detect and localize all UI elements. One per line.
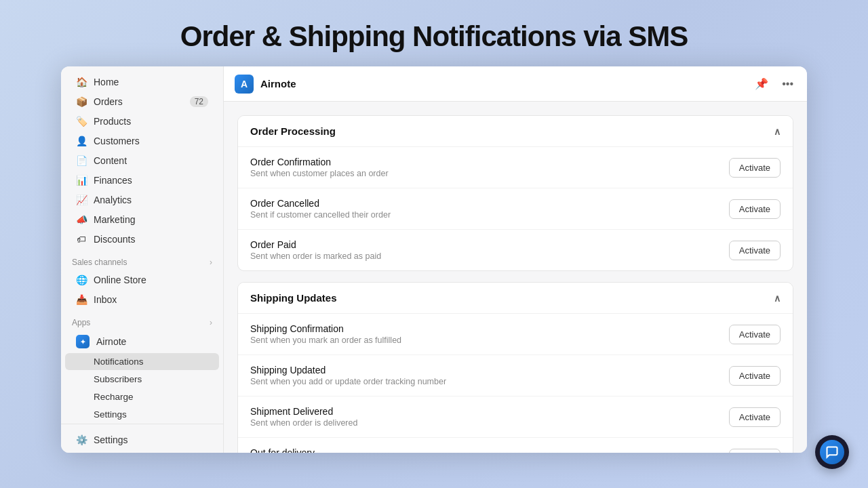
sidebar-sub-settings[interactable]: Settings [65,406,219,423]
order-paid-activate-button[interactable]: Activate [729,241,781,260]
more-button[interactable]: ••• [779,75,796,93]
order-paid-info: Order Paid Sent when order is marked as … [250,239,381,261]
sidebar-item-content[interactable]: 📄 Content [65,151,219,170]
shipping-updates-header[interactable]: Shipping Updates ∧ [238,283,793,314]
sidebar-sub-subscribers[interactable]: Subscribers [65,371,219,388]
sidebar-item-analytics[interactable]: 📈 Analytics [65,190,219,209]
notification-row-shipping-updated: Shipping Updated Sent when you add or up… [238,355,793,396]
sales-channels-section: Sales channels › [61,249,223,270]
analytics-icon: 📈 [76,195,87,205]
order-processing-title: Order Processing [250,125,336,137]
order-processing-chevron: ∧ [774,126,781,137]
fab-button[interactable] [815,435,849,469]
non-transferable-item[interactable]: ⓘ Non-transferable [61,450,223,453]
main-content: A Airnote 📌 ••• Order Processing ∧ Order… [224,66,807,453]
sidebar-item-customers[interactable]: 👤 Customers [65,131,219,150]
topbar-app-icon: A [235,75,254,94]
fab-icon [820,440,844,464]
order-confirmation-info: Order Confirmation Sent when customer pl… [250,157,389,178]
order-confirmation-activate-button[interactable]: Activate [729,158,781,178]
notification-row-order-confirmation: Order Confirmation Sent when customer pl… [238,147,793,188]
shipment-delivered-info: Shipment Delivered Sent when order is de… [250,406,357,428]
airnote-icon: ✦ [76,335,90,348]
shipment-delivered-activate-button[interactable]: Activate [729,407,781,427]
shipping-confirmation-info: Shipping Confirmation Sent when you mark… [250,323,401,345]
discounts-icon: 🏷 [76,234,87,245]
shipping-updated-info: Shipping Updated Sent when you add or up… [250,365,446,386]
sidebar-item-discounts[interactable]: 🏷 Discounts [65,230,219,249]
sidebar-bottom: ⚙️ Settings ⓘ Non-transferable [61,424,223,453]
sales-channels-label: Sales channels [72,258,127,267]
shipment-delivered-title: Shipment Delivered [250,406,357,417]
shipping-updated-activate-button[interactable]: Activate [729,366,781,386]
sidebar-item-online-store[interactable]: 🌐 Online Store [65,270,219,289]
sidebar-item-home-label: Home [94,77,119,87]
notification-row-shipping-confirmation: Shipping Confirmation Sent when you mark… [238,314,793,355]
sidebar-item-orders-label: Orders [94,96,123,107]
products-icon: 🏷️ [76,116,87,127]
order-cancelled-activate-button[interactable]: Activate [729,199,781,219]
sidebar-item-finances[interactable]: 📊 Finances [65,171,219,190]
topbar: A Airnote 📌 ••• [224,66,807,102]
shipping-confirmation-subtitle: Sent when you mark an order as fulfilled [250,336,401,345]
inbox-icon: 📥 [76,294,87,305]
sidebar-item-orders[interactable]: 📦 Orders 72 [65,92,219,111]
sidebar-item-home[interactable]: 🏠 Home [65,73,219,92]
orders-icon: 📦 [76,96,87,107]
order-cancelled-info: Order Cancelled Sent if customer cancell… [250,198,391,220]
sidebar-item-online-store-label: Online Store [94,274,146,285]
sidebar: 🏠 Home 📦 Orders 72 🏷️ Products 👤 Custome… [61,66,224,453]
topbar-actions: 📌 ••• [752,75,796,93]
sidebar-item-products[interactable]: 🏷️ Products [65,112,219,131]
order-cancelled-title: Order Cancelled [250,198,391,209]
sidebar-item-settings-label: Settings [94,434,128,445]
order-confirmation-title: Order Confirmation [250,157,389,167]
shipping-updated-title: Shipping Updated [250,365,446,375]
order-paid-title: Order Paid [250,239,381,250]
shipping-confirmation-title: Shipping Confirmation [250,323,401,334]
apps-expand-icon[interactable]: › [210,318,212,327]
shipping-updates-section: Shipping Updates ∧ Shipping Confirmation… [237,282,793,453]
notification-row-order-paid: Order Paid Sent when order is marked as … [238,230,793,270]
sidebar-item-inbox[interactable]: 📥 Inbox [65,290,219,309]
page-main-title: Order & Shipping Notifications via SMS [167,0,701,66]
shipping-updates-title: Shipping Updates [250,292,337,304]
customers-icon: 👤 [76,136,87,146]
out-for-delivery-title: Out for delivery [250,447,478,453]
sidebar-nav: 🏠 Home 📦 Orders 72 🏷️ Products 👤 Custome… [61,66,223,424]
topbar-app-icon-label: A [241,79,248,89]
sidebar-item-inbox-label: Inbox [94,294,117,305]
order-processing-header[interactable]: Order Processing ∧ [238,116,793,147]
sidebar-item-products-label: Products [94,116,131,127]
sidebar-item-marketing-label: Marketing [94,214,135,225]
pin-button[interactable]: 📌 [752,75,771,93]
out-for-delivery-activate-button[interactable]: Activate [729,449,781,453]
order-cancelled-subtitle: Sent if customer cancelled their order [250,210,391,220]
sidebar-item-airnote-label: Airnote [96,336,126,347]
marketing-icon: 📣 [76,214,87,225]
notification-row-out-for-delivery: Out for delivery Sent when an order with… [238,438,793,453]
order-confirmation-subtitle: Sent when customer places an order [250,169,389,178]
app-window: 🏠 Home 📦 Orders 72 🏷️ Products 👤 Custome… [61,66,807,453]
sidebar-sub-recharge[interactable]: Recharge [65,388,219,405]
order-processing-section: Order Processing ∧ Order Confirmation Se… [237,115,793,271]
home-icon: 🏠 [76,77,87,87]
content-area: Order Processing ∧ Order Confirmation Se… [224,102,807,453]
sales-channels-expand-icon[interactable]: › [210,258,212,267]
sidebar-item-finances-label: Finances [94,175,132,186]
shipment-delivered-subtitle: Sent when order is delivered [250,418,357,428]
sidebar-item-customers-label: Customers [94,136,140,146]
sidebar-item-marketing[interactable]: 📣 Marketing [65,210,219,229]
order-paid-subtitle: Sent when order is marked as paid [250,251,381,261]
sidebar-sub-notifications[interactable]: Notifications [65,353,219,370]
content-icon: 📄 [76,155,87,166]
sidebar-item-settings[interactable]: ⚙️ Settings [65,430,219,449]
notification-row-order-cancelled: Order Cancelled Sent if customer cancell… [238,188,793,230]
notification-row-shipment-delivered: Shipment Delivered Sent when order is de… [238,396,793,438]
shipping-updated-subtitle: Sent when you add or update order tracki… [250,377,446,386]
shipping-confirmation-activate-button[interactable]: Activate [729,325,781,344]
out-for-delivery-info: Out for delivery Sent when an order with… [250,447,478,453]
settings-icon: ⚙️ [76,434,87,445]
online-store-icon: 🌐 [76,274,87,285]
sidebar-item-airnote[interactable]: ✦ Airnote [65,331,219,352]
